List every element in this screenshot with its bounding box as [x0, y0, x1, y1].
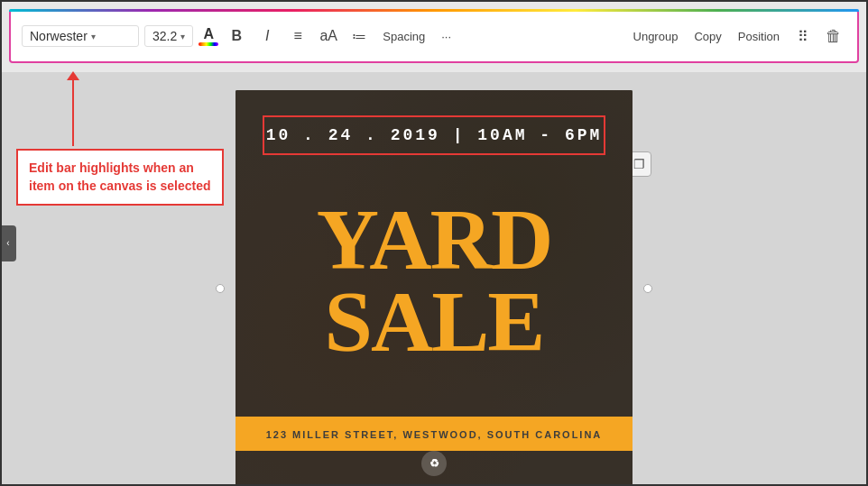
poster-logo: ♻	[421, 451, 447, 476]
font-size-value: 32.2	[152, 29, 177, 43]
top-accent-bar	[9, 9, 859, 12]
date-text-box[interactable]: 10 . 24 . 2019 | 10AM - 6PM	[263, 115, 605, 155]
case-button[interactable]: aA	[316, 23, 341, 49]
selection-handle-right[interactable]	[643, 284, 652, 293]
more-button[interactable]: ···	[436, 26, 457, 47]
poster-wrapper: 10 . 24 . 2019 | 10AM - 6PM YARD SALE 12…	[235, 90, 633, 486]
spacing-button[interactable]: Spacing	[377, 26, 430, 47]
annotation-text: Edit bar highlights when an item on the …	[29, 160, 211, 193]
delete-button[interactable]: 🗑	[821, 23, 846, 49]
yard-sale-text[interactable]: YARD SALE	[235, 198, 633, 362]
address-text: 123 MILLER STREET, WESTWOOD, SOUTH CAROL…	[266, 429, 603, 440]
list-button[interactable]: ≔	[346, 23, 372, 49]
copy-icon-2: ❐	[633, 157, 645, 171]
text-color-button[interactable]: A	[199, 27, 218, 46]
size-chevron-icon: ▾	[180, 32, 185, 41]
sale-text: SALE	[325, 273, 544, 370]
annotation-arrow-line	[72, 74, 74, 146]
edit-toolbar: Norwester ▾ 32.2 ▾ A B I ≡ aA ≔ Spacing …	[9, 9, 859, 63]
align-button[interactable]: ≡	[285, 23, 310, 49]
color-bar	[199, 42, 218, 46]
annotation-box: Edit bar highlights when an item on the …	[16, 149, 224, 206]
font-name-label: Norwester	[30, 29, 88, 43]
address-bar[interactable]: 123 MILLER STREET, WESTWOOD, SOUTH CAROL…	[235, 417, 633, 451]
bold-button[interactable]: B	[224, 23, 249, 49]
italic-button[interactable]: I	[254, 23, 280, 49]
font-chevron-icon: ▾	[91, 32, 96, 41]
sidebar-toggle-button[interactable]: ‹	[0, 225, 16, 261]
poster-canvas[interactable]: 10 . 24 . 2019 | 10AM - 6PM YARD SALE 12…	[235, 90, 633, 486]
logo-icon: ♻	[429, 457, 439, 470]
position-button[interactable]: Position	[733, 26, 785, 47]
selection-handle-left[interactable]	[216, 284, 225, 293]
text-color-label: A	[203, 27, 214, 41]
date-text: 10 . 24 . 2019 | 10AM - 6PM	[266, 126, 603, 144]
font-size-selector[interactable]: 32.2 ▾	[144, 25, 193, 47]
ungroup-button[interactable]: Ungroup	[628, 26, 684, 47]
font-selector[interactable]: Norwester ▾	[22, 25, 139, 47]
canvas-area: ⧉ ❐ 10 . 24 . 2019 | 10AM - 6PM YARD SAL…	[0, 72, 868, 486]
copy-button[interactable]: Copy	[688, 26, 726, 47]
sidebar-toggle-icon: ‹	[6, 238, 9, 248]
mosaic-button[interactable]: ⠿	[790, 23, 816, 49]
